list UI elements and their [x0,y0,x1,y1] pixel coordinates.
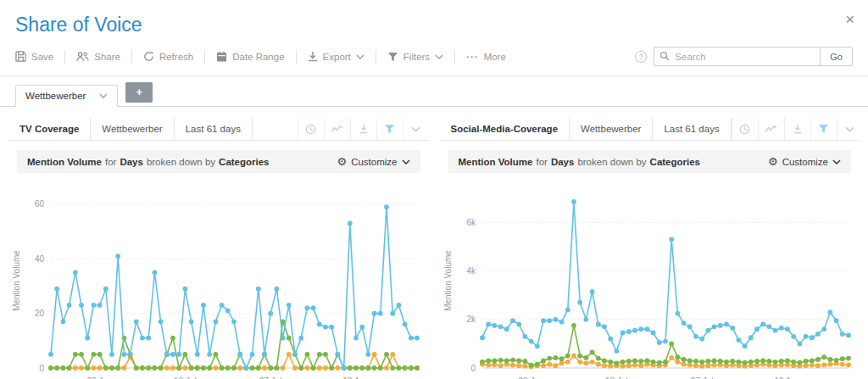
share-button[interactable]: Share [65,51,131,62]
refresh-button[interactable]: Refresh [132,51,204,62]
widget-icon-group [732,118,863,140]
tab-label: Wettbewerber [25,91,86,101]
svg-text:4k: 4k [466,266,476,276]
svg-text:Mention Volume: Mention Volume [443,250,453,311]
date-range-label: Date Range [232,52,284,62]
chart-svg: 02k4k6k29 Jun13 Jul27 Jul10 AugMention V… [442,180,862,379]
chevron-down-icon[interactable] [837,118,863,140]
more-label: More [484,52,506,62]
content: TV Coverage Wettbewerber Last 61 days Me… [0,107,868,379]
panel-tv-coverage: TV Coverage Wettbewerber Last 61 days Me… [8,118,429,379]
customize-label: Customize [782,157,828,167]
svg-text:2k: 2k [466,315,476,324]
widget-title: Social-Media-Coverage [440,118,570,140]
dimension-label: Days [551,157,575,167]
customize-button[interactable]: ⚙ Customize [337,156,410,167]
export-label: Export [323,52,351,62]
svg-text:60: 60 [35,199,45,209]
gear-icon: ⚙ [337,156,348,167]
help-icon[interactable]: ? [635,51,647,63]
search-input[interactable] [654,47,820,66]
svg-text:40: 40 [35,254,45,264]
panel-header: TV Coverage Wettbewerber Last 61 days [8,118,429,141]
tab-wettbewerber[interactable]: Wettbewerber [15,85,118,107]
refresh-label: Refresh [159,52,193,62]
download-icon [308,51,318,62]
chart-config-bar: Mention Volume for Days broken down by C… [448,150,852,173]
panel-social-media-coverage: Social-Media-Coverage Wettbewerber Last … [440,118,860,379]
chart-svg: 020406029 Jun13 Jul27 Jul10 AugMention V… [10,180,431,379]
social-media-coverage-chart: 02k4k6k29 Jun13 Jul27 Jul10 AugMention V… [440,173,860,379]
config-text: broken down by [577,157,646,167]
app-header: × Share of Voice [0,0,868,36]
chevron-down-icon [356,54,364,59]
filters-button[interactable]: Filters [376,52,454,62]
filter-icon[interactable] [376,118,403,140]
chart-config-bar: Mention Volume for Days broken down by C… [17,150,420,173]
widget-filter[interactable]: Wettbewerber [91,118,174,140]
svg-text:20: 20 [35,309,45,318]
ellipsis-icon: ··· [466,52,479,62]
trend-line-icon[interactable] [758,118,784,140]
date-range-button[interactable]: Date Range [205,51,295,62]
customize-label: Customize [351,157,397,167]
metric-label: Mention Volume [27,157,102,167]
close-icon[interactable]: × [845,12,854,27]
config-text: for [536,157,547,167]
more-button[interactable]: ··· More [455,52,517,62]
breakdown-label: Categories [219,157,269,167]
trend-line-icon[interactable] [324,118,350,140]
add-tab-button[interactable]: + [125,82,153,103]
clock-icon[interactable] [298,118,324,140]
chevron-down-icon [402,159,410,164]
calendar-icon [216,51,227,62]
svg-text:0: 0 [470,364,476,373]
chevron-down-icon[interactable] [99,93,108,98]
gear-icon: ⚙ [768,156,778,167]
page-title: Share of Voice [15,14,853,36]
filters-label: Filters [403,52,430,62]
svg-text:Mention Volume: Mention Volume [12,250,21,311]
dimension-label: Days [120,157,143,167]
search-icon [659,51,670,61]
search-go-button[interactable]: Go [820,47,853,66]
refresh-icon [143,51,154,62]
widget-title: TV Coverage [8,118,91,140]
panel-header: Social-Media-Coverage Wettbewerber Last … [440,118,860,141]
export-button[interactable]: Export [297,51,376,62]
save-icon [15,51,26,62]
filter-icon[interactable] [810,118,837,140]
customize-button[interactable]: ⚙ Customize [768,156,841,167]
svg-text:0: 0 [39,364,44,373]
clock-icon[interactable] [732,118,758,140]
widget-icon-group [298,118,429,140]
save-button[interactable]: Save [15,51,64,62]
share-users-icon [76,51,89,62]
widget-date-range[interactable]: Last 61 days [653,118,731,140]
toolbar: Save Share Refresh Date Range Export Fil… [0,47,868,76]
save-label: Save [31,52,53,62]
download-icon[interactable] [784,118,810,140]
config-text: broken down by [147,157,215,167]
share-label: Share [94,52,120,62]
chevron-down-icon [435,54,443,59]
widget-date-range[interactable]: Last 61 days [175,118,253,140]
config-text: for [105,157,116,167]
widget-filter[interactable]: Wettbewerber [570,118,653,140]
tv-coverage-chart: 020406029 Jun13 Jul27 Jul10 AugMention V… [8,173,429,379]
search-box: Go [654,47,853,66]
chevron-down-icon [832,159,841,164]
svg-text:6k: 6k [466,218,476,227]
chevron-down-icon[interactable] [403,118,429,140]
funnel-icon [387,52,398,62]
tab-strip: Wettbewerber + [0,76,868,107]
breakdown-label: Categories [650,157,700,167]
search-area: ? Go [635,47,853,66]
metric-label: Mention Volume [459,157,533,167]
download-icon[interactable] [350,118,376,140]
